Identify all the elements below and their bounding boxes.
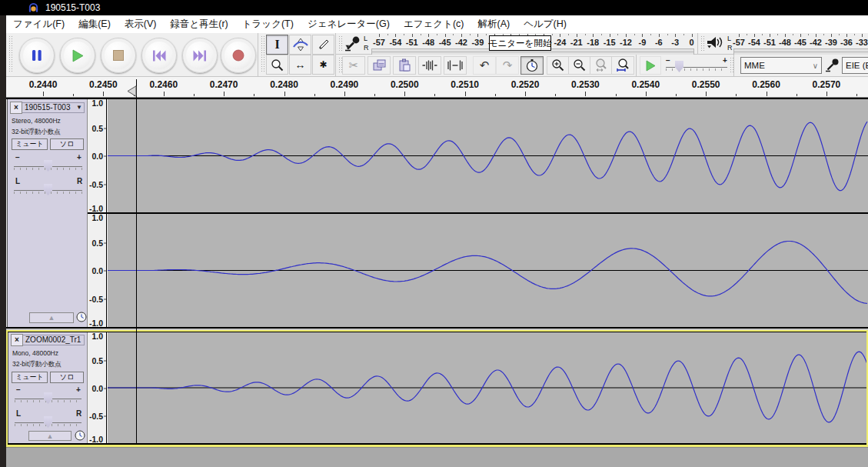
track2-solo-button[interactable]: ソロ [50,372,84,383]
menu-item-4[interactable]: トラック(T) [235,15,301,33]
record-button[interactable] [221,38,256,73]
meter-tick [428,34,429,37]
track1-ch1-waveform[interactable] [108,99,868,212]
undo-button[interactable]: ↶ [473,56,496,75]
close-icon: × [15,335,19,344]
timeline-label: 0.2560 [742,79,791,90]
meter-tick-minor [667,34,668,35]
fit-selection-button[interactable] [590,56,613,75]
track2-control-panel[interactable]: × ZOOM0002_Tr1 ▼ Mono, 48000Hz 32-bit浮動小… [8,332,88,443]
track1-title-menu[interactable]: 190515-T003 ▼ [22,102,85,113]
meter-tick-minor [486,34,487,35]
stop-icon [113,50,124,61]
track1-ch2-waveform[interactable] [108,214,868,327]
skip-to-end-button[interactable] [182,38,218,73]
meter-scale-label: -36 [840,38,853,47]
timeline-label: 0.2540 [621,79,670,90]
audio-host-select[interactable]: MME ∨ [740,57,822,74]
waveform-plot [108,99,868,212]
track2-title-menu[interactable]: ZOOM0002_Tr1 ▼ [23,335,85,345]
microphone-icon [344,35,362,52]
stop-button[interactable] [101,38,136,73]
zoom-tool-button[interactable] [266,55,288,75]
selection-tool-button[interactable]: I [266,35,288,55]
chevron-down-icon: ∨ [813,62,818,70]
meter-tick [461,34,462,37]
track2-mute-button[interactable]: ミュート [12,372,48,383]
sync-lock-clock-icon [525,58,539,72]
amplitude-label: 1.0 [91,332,103,341]
meter-tick [626,34,627,37]
track1-solo-button[interactable]: ソロ [50,138,84,150]
toolbar-grip[interactable] [338,36,343,51]
silence-audio-button[interactable] [444,56,467,75]
redo-button[interactable]: ↷ [496,56,519,75]
track2-collapse-button[interactable]: ▲ [28,431,72,441]
title-bar: 190515-T003 [0,0,868,15]
menu-item-6[interactable]: エフェクト(c) [397,15,471,33]
menu-item-5[interactable]: ジェネレーター(G) [301,15,397,33]
timeline-cursor-marker[interactable] [127,85,137,97]
copy-button[interactable] [367,56,391,75]
zoom-out-button[interactable] [568,56,591,75]
speed-minus-label: − [666,56,670,65]
track1-collapse-button[interactable]: ▲ [29,312,74,323]
meter-tick-minor [777,34,778,35]
meter-scale-label: -51 [406,38,418,47]
paste-button[interactable] [393,56,416,75]
track1-ch1-vertical-ruler[interactable]: 1.00.50.0-0.5-1.0 [88,99,107,212]
sync-lock-button[interactable] [520,56,544,75]
toolbar-grip[interactable] [261,36,265,73]
timeline-tick [344,92,345,96]
meter-left-label: L [364,35,367,42]
track1-format-line2: 32-bit浮動小数点 [12,128,61,137]
draw-tool-button[interactable] [312,35,334,55]
timeline-tick-minor [616,94,617,96]
zoom-in-icon [551,58,565,72]
trim-audio-button[interactable] [418,56,441,75]
track2-clock-icon[interactable] [75,430,85,441]
menu-item-7[interactable]: 解析(A) [471,15,517,33]
menu-item-0[interactable]: ファイル(F) [6,15,72,33]
menu-item-2[interactable]: 表示(V) [118,15,164,33]
zoom-in-button[interactable] [547,56,570,75]
toolbar-grip[interactable] [8,36,13,73]
track1-ch2-vertical-ruler[interactable]: 1.00.50.0-0.5-1.0 [88,214,107,327]
track1-control-panel[interactable]: × 190515-T003 ▼ Stereo, 48000Hz 32-bit浮動… [7,99,88,327]
menu-bar: ファイル(F)編集(E)表示(V)録音と再生(r)トラック(T)ジェネレーター(… [6,15,868,34]
menu-item-3[interactable]: 録音と再生(r) [163,15,234,33]
playback-meter-toolbar[interactable]: L R -57-54-51-48-45-42-39-36-33-30-27-24… [698,33,868,55]
play-icon [72,49,85,62]
track2-title: ZOOM0002_Tr1 [25,335,81,344]
empty-track-area[interactable] [6,447,868,467]
track1-clock-icon[interactable] [76,312,87,322]
meter-scale-label: -6 [655,38,663,47]
skip-to-start-button[interactable] [141,38,177,73]
track2-vertical-ruler[interactable]: 1.00.50.0-0.5-1.0 [88,332,107,443]
time-shift-tool-button[interactable]: ↔ [289,55,311,75]
fit-project-button[interactable] [611,56,634,75]
multi-tool-icon: ✱ [319,59,327,70]
track2-waveform[interactable] [108,332,868,443]
meter-tick [477,34,478,37]
play-button[interactable] [60,38,95,73]
cut-button[interactable]: ✂ [342,56,365,75]
track1-close-button[interactable]: × [10,102,22,114]
track1-mute-button[interactable]: ミュート [12,138,48,150]
play-at-speed-button[interactable] [640,56,661,75]
pause-button[interactable] [19,38,55,73]
menu-item-8[interactable]: ヘルプ(H) [517,15,574,33]
envelope-tool-button[interactable] [289,35,311,55]
menu-item-1[interactable]: 編集(E) [72,15,118,33]
multi-tool-button[interactable]: ✱ [312,55,334,75]
transport-toolbar [6,33,258,77]
desktop-edge [0,15,6,467]
timeline-label: 0.2440 [18,79,68,90]
meter-tick-minor [437,34,437,35]
track2-close-button[interactable]: × [11,334,23,346]
track2-format-line1: Mono, 48000Hz [12,349,58,357]
toolbar-grip[interactable] [700,36,705,51]
timeline-tick-minor [194,94,195,96]
recording-device-select[interactable]: EIE (EI [842,57,868,74]
gain-plus-label: + [77,153,81,162]
